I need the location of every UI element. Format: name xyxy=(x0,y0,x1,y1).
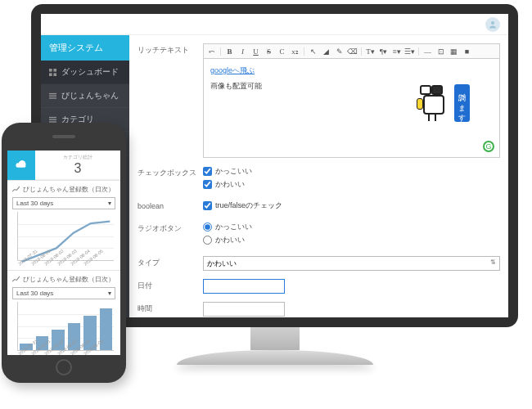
owl-icon xyxy=(417,83,449,123)
rte-hr-button[interactable]: — xyxy=(423,47,432,56)
rte-video-icon[interactable]: ■ xyxy=(462,47,471,56)
radio-input[interactable] xyxy=(203,236,212,245)
rte-toolbar: ⤺ B I U S C x₂ ↖ ◢ xyxy=(204,44,499,59)
form-area: リッチテキスト ⤺ B I U S C xyxy=(129,35,508,317)
label-checkbox: チェックボックス xyxy=(138,166,203,178)
svg-rect-10 xyxy=(49,121,56,122)
row-richtext: リッチテキスト ⤺ B I U S C xyxy=(138,43,500,158)
rte-align-button[interactable]: ≡▾ xyxy=(392,47,401,56)
label-date: 日付 xyxy=(138,279,203,291)
monitor-base xyxy=(177,350,373,365)
date-input[interactable] xyxy=(203,279,285,294)
svg-point-0 xyxy=(491,21,494,25)
rte-body[interactable]: googleへ飛ぶ 画像も配置可能 調べます xyxy=(204,59,499,157)
rte-code-button[interactable]: C xyxy=(277,47,286,56)
phone-mockup: カテゴリ総計 3 びじょんちゃん登録数（日次） Last 30 days ▾ 2… xyxy=(2,123,126,383)
phone-brand-icon[interactable] xyxy=(7,151,35,180)
svg-rect-8 xyxy=(49,116,56,117)
sidebar-item-bijon[interactable]: びじょんちゃん xyxy=(41,84,129,108)
chevron-updown-icon: ⇅ xyxy=(490,258,496,266)
svg-rect-1 xyxy=(49,69,52,72)
dashboard-icon xyxy=(49,69,56,76)
svg-rect-9 xyxy=(49,119,56,119)
rte-textstyle-button[interactable]: T▾ xyxy=(366,47,375,56)
chart-line-icon xyxy=(12,276,20,283)
type-select[interactable] xyxy=(203,256,500,271)
label-radio: ラジオボタン xyxy=(138,222,203,234)
boolean-opt[interactable]: true/falseのチェック xyxy=(203,200,500,211)
sidebar-item-dashboard[interactable]: ダッシュボード xyxy=(41,61,129,84)
radio-opt-0[interactable]: かっこいい xyxy=(203,222,500,232)
row-radio: ラジオボタン かっこいい かわいい xyxy=(138,222,500,248)
phone-panel-line: びじょんちゃん登録数（日次） Last 30 days ▾ 2019-07-31… xyxy=(7,180,120,270)
monitor-neck xyxy=(250,327,300,350)
chevron-down-icon: ▾ xyxy=(108,200,111,207)
chart-line-icon xyxy=(12,186,20,193)
rte-undo-icon[interactable]: ⤺ xyxy=(207,47,216,56)
rte-cursor-icon[interactable]: ↖ xyxy=(309,47,318,56)
sidebar-item-label: ダッシュボード xyxy=(61,66,119,78)
radio-opt-1[interactable]: かわいい xyxy=(203,235,500,245)
rte-sub-button[interactable]: x₂ xyxy=(291,47,300,56)
x-axis-labels: 2019-07-312019-08-012019-08-022019-08-03… xyxy=(12,353,115,355)
row-type: タイプ ⇅ xyxy=(138,256,500,271)
label-time: 時間 xyxy=(138,302,203,314)
avatar[interactable] xyxy=(485,17,500,32)
rte-list-button[interactable]: ☰▾ xyxy=(405,47,414,56)
user-icon xyxy=(488,20,498,29)
label-type: タイプ xyxy=(138,256,203,268)
phone-panel-bar: びじょんちゃん登録数（日次） Last 30 days ▾ 2019-07-31… xyxy=(7,270,120,355)
row-checkbox: チェックボックス かっこいい かわいい xyxy=(138,166,500,192)
panel-title: びじょんちゃん登録数（日次） xyxy=(12,185,115,194)
rte-fill-icon[interactable]: ◢ xyxy=(322,47,331,56)
row-date: 日付 xyxy=(138,279,500,294)
rte-sample-link[interactable]: googleへ飛ぶ xyxy=(210,66,255,74)
rte-underline-button[interactable]: U xyxy=(251,47,260,56)
svg-rect-3 xyxy=(49,73,52,76)
rte-italic-button[interactable]: I xyxy=(238,47,247,56)
stat-value: 3 xyxy=(74,161,82,176)
checkbox-input[interactable] xyxy=(203,167,212,176)
rte-table-icon[interactable]: ▦ xyxy=(449,47,458,56)
label-richtext: リッチテキスト xyxy=(138,43,203,56)
rte-strike-button[interactable]: S xyxy=(264,47,273,56)
rte-clear-icon[interactable]: ⌫ xyxy=(348,47,357,56)
range-select[interactable]: Last 30 days ▾ xyxy=(12,287,115,299)
stat-label: カテゴリ総計 xyxy=(63,154,92,161)
row-boolean: boolean true/falseのチェック xyxy=(138,200,500,213)
row-time: 時間 xyxy=(138,302,500,317)
label-boolean: boolean xyxy=(138,200,203,210)
checkbox-opt-0[interactable]: かっこいい xyxy=(203,166,500,177)
svg-rect-5 xyxy=(49,92,56,93)
time-input[interactable] xyxy=(203,302,285,317)
sidebar-title: 管理システム xyxy=(41,35,129,61)
svg-rect-6 xyxy=(49,95,56,96)
rich-text-editor: ⤺ B I U S C x₂ ↖ ◢ xyxy=(203,43,500,158)
phone-speaker xyxy=(52,135,75,138)
sidebar-item-label: びじょんちゃん xyxy=(61,90,119,101)
chevron-down-icon: ▾ xyxy=(108,290,111,297)
rte-image-icon[interactable]: ⊡ xyxy=(436,47,445,56)
panel-title: びじょんちゃん登録数（日次） xyxy=(12,275,115,284)
phone-screen: カテゴリ総計 3 びじょんちゃん登録数（日次） Last 30 days ▾ 2… xyxy=(7,151,120,355)
phone-home-button[interactable] xyxy=(56,359,72,375)
rte-illustration: 調べます xyxy=(417,83,470,123)
rte-highlight-icon[interactable]: ✎ xyxy=(335,47,344,56)
app-bar xyxy=(41,14,508,35)
range-select[interactable]: Last 30 days ▾ xyxy=(12,197,115,209)
rte-paragraph-button[interactable]: ¶▾ xyxy=(379,47,388,56)
svg-rect-4 xyxy=(53,73,56,76)
checkbox-input[interactable] xyxy=(203,201,212,210)
svg-rect-2 xyxy=(53,69,56,72)
radio-input[interactable] xyxy=(203,222,212,231)
checkbox-opt-1[interactable]: かわいい xyxy=(203,179,500,190)
rte-bold-button[interactable]: B xyxy=(225,47,234,56)
svg-rect-7 xyxy=(49,97,56,98)
checkbox-input[interactable] xyxy=(203,180,212,189)
speech-bubble: 調べます xyxy=(454,84,470,122)
grammarly-icon[interactable]: G xyxy=(483,141,494,152)
cloud-icon xyxy=(15,159,28,172)
phone-header: カテゴリ総計 3 xyxy=(7,151,120,180)
phone-stat: カテゴリ総計 3 xyxy=(35,151,120,180)
list-icon xyxy=(49,92,56,100)
